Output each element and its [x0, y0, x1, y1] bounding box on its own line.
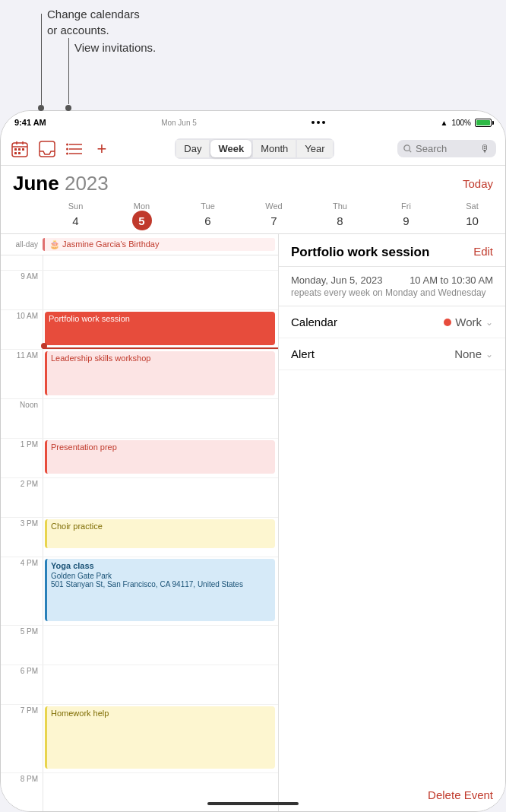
view-week-button[interactable]: Week	[210, 140, 251, 157]
time-label-5pm: 5 PM	[1, 626, 43, 665]
mic-icon[interactable]: 🎙	[480, 143, 490, 154]
svg-point-13	[66, 143, 68, 145]
annotation-dot-2	[65, 105, 71, 111]
time-content-11am: Leadership skills workshop	[43, 350, 278, 398]
svg-rect-7	[14, 152, 17, 154]
day-wed-label: Wed	[241, 201, 307, 211]
time-label-8am	[1, 255, 43, 270]
time-content-9am	[43, 271, 278, 309]
calendar-grid-icon[interactable]	[10, 139, 30, 159]
day-thu[interactable]: Thu 8	[307, 198, 373, 233]
delete-event-button[interactable]: Delete Event	[428, 788, 493, 801]
current-time-dot	[41, 343, 47, 349]
detail-header: Portfolio work session Edit	[279, 234, 505, 267]
day-fri-label: Fri	[373, 201, 439, 211]
day-wed[interactable]: Wed 7	[241, 198, 307, 233]
inbox-icon[interactable]	[37, 139, 57, 159]
today-button[interactable]: Today	[463, 177, 493, 190]
homework-event[interactable]: Homework help	[45, 706, 275, 769]
month-header: June 2023 Today	[1, 166, 505, 198]
annotation-text-1: Change calendarsor accounts.	[47, 6, 140, 38]
day-mon[interactable]: Mon 5	[109, 198, 175, 233]
day-mon-num: 5	[132, 211, 152, 230]
edit-event-button[interactable]: Edit	[473, 245, 493, 258]
battery-percent: 100%	[451, 119, 471, 127]
view-year-button[interactable]: Year	[297, 140, 332, 157]
portfolio-event[interactable]: Portfolio work session	[45, 312, 275, 345]
leadership-event[interactable]: Leadership skills workshop	[45, 351, 275, 395]
day-sun-num: 4	[66, 211, 86, 230]
alert-value-container[interactable]: None ⌄	[454, 347, 493, 360]
wifi-icon: ▲	[441, 119, 448, 127]
time-row-11am: 11 AM Leadership skills workshop	[1, 350, 278, 399]
search-icon	[403, 144, 412, 154]
device-frame: 9:41 AM Mon Jun 5 ▲ 100%	[0, 110, 506, 812]
view-btn-group: Day Week Month Year	[175, 138, 334, 159]
day-header-row: Sun 4 Mon 5 Tue 6 Wed 7 Thu 8 Fri 9 Sat …	[1, 198, 505, 234]
presentation-event-title: Presentation prep	[51, 442, 117, 452]
time-label-8pm: 8 PM	[1, 773, 43, 812]
day-thu-label: Thu	[307, 201, 373, 211]
svg-rect-5	[18, 148, 21, 151]
choir-event-title: Choir practice	[51, 522, 103, 531]
time-label-10am: 10 AM	[1, 310, 43, 349]
calendar-label: Calendar	[291, 316, 337, 328]
calendar-color-dot	[444, 319, 451, 326]
search-input[interactable]	[416, 143, 476, 154]
detail-title: Portfolio work session	[291, 245, 473, 260]
toolbar-left: +	[10, 139, 112, 159]
time-col-spacer	[1, 198, 43, 233]
time-content-5pm	[43, 626, 278, 665]
battery-fill	[476, 120, 490, 125]
day-tue-label: Tue	[175, 201, 241, 211]
calendar-value-container[interactable]: Work ⌄	[444, 316, 493, 328]
day-sat-label: Sat	[439, 201, 505, 211]
day-fri[interactable]: Fri 9	[373, 198, 439, 233]
alert-label: Alert	[291, 347, 315, 360]
time-label-11am: 11 AM	[1, 350, 43, 398]
svg-point-16	[404, 145, 410, 151]
yoga-event[interactable]: Yoga class Golden Gate Park501 Stanyan S…	[45, 559, 275, 621]
time-label-7pm: 7 PM	[1, 705, 43, 772]
day-fri-num: 9	[397, 211, 416, 230]
status-center	[312, 121, 325, 124]
day-tue[interactable]: Tue 6	[175, 198, 241, 233]
day-sun[interactable]: Sun 4	[43, 198, 109, 233]
time-label-1pm: 1 PM	[1, 439, 43, 477]
status-right: ▲ 100%	[441, 119, 492, 127]
time-label-4pm: 4 PM	[1, 557, 43, 625]
detail-time: 10 AM to 10:30 AM	[410, 274, 493, 287]
status-time: 9:41 AM	[14, 118, 46, 127]
time-row-9am: 9 AM	[1, 271, 278, 310]
status-date: Mon Jun 5	[161, 119, 197, 127]
svg-point-14	[66, 147, 68, 150]
calendar-side: all-day 🎂 Jasmine Garcia's Birthday	[1, 234, 278, 812]
time-content-noon	[43, 399, 278, 438]
add-event-icon[interactable]: +	[92, 139, 112, 159]
presentation-event[interactable]: Presentation prep	[45, 440, 275, 474]
time-content-7pm: Homework help	[43, 705, 278, 772]
view-selector: Day Week Month Year	[119, 138, 390, 159]
leadership-event-title: Leadership skills workshop	[51, 354, 150, 363]
choir-event[interactable]: Choir practice	[45, 519, 275, 548]
current-time-line	[43, 347, 278, 349]
detail-panel: Portfolio work session Edit Monday, Jun …	[278, 234, 505, 812]
search-box[interactable]: 🎙	[397, 140, 496, 157]
view-day-button[interactable]: Day	[176, 140, 209, 157]
year-value: 2023	[65, 172, 109, 195]
time-label-9am: 9 AM	[1, 271, 43, 309]
portfolio-event-title: Portfolio work session	[49, 314, 130, 323]
list-icon[interactable]	[65, 139, 84, 159]
time-row-noon: Noon	[1, 399, 278, 439]
time-row-8pm: 8 PM	[1, 773, 278, 812]
home-indicator	[207, 802, 299, 805]
time-content-4pm: Yoga class Golden Gate Park501 Stanyan S…	[43, 557, 278, 625]
time-row-4pm: 4 PM Yoga class Golden Gate Park501 Stan…	[1, 557, 278, 626]
time-label-2pm: 2 PM	[1, 478, 43, 517]
status-dot-2	[317, 121, 320, 124]
view-month-button[interactable]: Month	[253, 140, 296, 157]
day-sat[interactable]: Sat 10	[439, 198, 505, 233]
time-row-2pm: 2 PM	[1, 478, 278, 518]
allday-event[interactable]: 🎂 Jasmine Garcia's Birthday	[43, 238, 275, 251]
time-grid: 9 AM 10 AM Portfolio work session 11 AM	[1, 255, 278, 812]
